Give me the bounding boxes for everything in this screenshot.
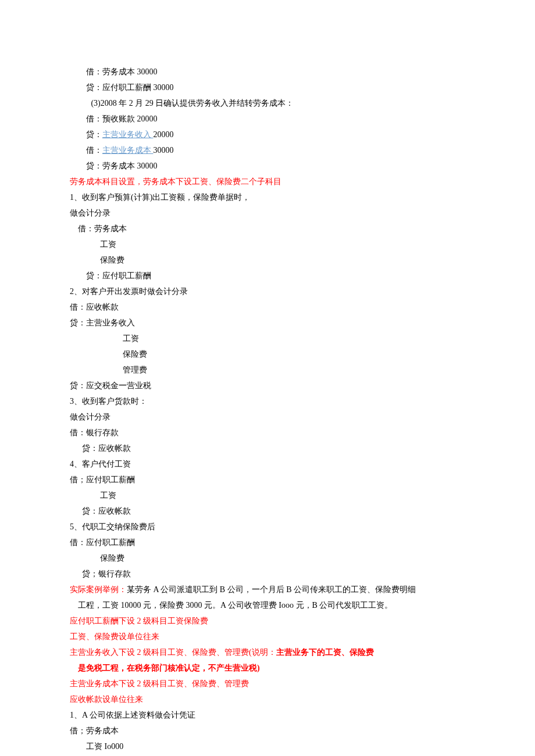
text-link[interactable]: 主营业务收入 [102, 130, 154, 139]
text-line: 工资、保险费设单位往来 [70, 629, 465, 644]
text-span: 2、对客户开出发票时做会计分录 [70, 287, 188, 296]
text-line: 借：预收账款 20000 [70, 111, 465, 127]
text-span: 贷：应付职工薪酬 30000 [86, 83, 174, 92]
text-line: 主营业务成本下设 2 级科目工资、保险费、管理费 [70, 676, 465, 691]
text-span: 贷：劳务成本 30000 [86, 162, 158, 170]
text-span: 借：劳务成本 [78, 224, 127, 233]
text-line: 2、对客户开出发票时做会计分录 [70, 284, 465, 299]
text-line: 是免税工程，在税务部门核准认定，不产生营业税) [70, 660, 465, 676]
text-span: 贷；银行存款 [82, 569, 131, 578]
text-line: 5、代职工交纳保险费后 [70, 519, 465, 535]
text-span: 是免税工程，在税务部门核准认定，不产生营业税) [78, 664, 260, 672]
text-span: 保险费 [100, 256, 124, 264]
text-line: 借：劳务成本 [70, 221, 465, 237]
text-span: 借：应收帐款 [70, 303, 119, 311]
text-line: 4、客户代付工资 [70, 456, 465, 472]
text-line: 借：应付职工薪酬 [70, 535, 465, 550]
text-span: 借： [86, 146, 102, 155]
text-span: (3)2008 年 2 月 29 日确认提供劳务收入并结转劳务成本： [91, 99, 294, 108]
text-span: 工资 Io000 [86, 742, 123, 751]
text-line: 1、收到客户预算(计算)出工资额，保险费单据时， [70, 189, 465, 205]
text-span: 借：银行存款 [70, 428, 119, 437]
text-span: 应付职工薪酬下设 2 级科目工资保险费 [70, 617, 208, 625]
text-line: 贷：应交税金一营业税 [70, 378, 465, 393]
text-span: 保险费 [123, 350, 147, 359]
text-line: 贷；银行存款 [70, 566, 465, 582]
text-line: 管理费 [70, 362, 465, 378]
text-line: 工程，工资 10000 元，保险费 3000 元。A 公司收管理费 Iooo 元… [70, 597, 465, 613]
text-line: 实际案例举例：某劳务 A 公司派遣职工到 B 公司，一个月后 B 公司传来职工的… [70, 582, 465, 597]
text-span: 借：应付职工薪酬 [70, 538, 135, 547]
text-line: 借；应付职工薪酬 [70, 472, 465, 488]
text-line: 贷：应收帐款 [70, 440, 465, 456]
text-line: 应收帐款设单位往来 [70, 691, 465, 707]
text-line: 贷：应付职工薪酬 30000 [70, 80, 465, 95]
text-span: 1、A 公司依据上述资料做会计凭证 [70, 711, 195, 719]
text-span: 工程，工资 10000 元，保险费 3000 元。A 公司收管理费 Iooo 元… [78, 601, 393, 610]
text-span: 管理费 [123, 366, 147, 374]
text-line: 做会计分录 [70, 205, 465, 221]
text-span: 贷： [86, 130, 102, 139]
text-span: 主营业务下的工资、保险费 [276, 648, 374, 657]
text-span: 3、收到客户货款时： [70, 397, 147, 406]
text-line: 贷：劳务成本 30000 [70, 158, 465, 174]
text-span: 工资 [123, 334, 139, 343]
text-link[interactable]: 主营业务成本 [102, 146, 154, 155]
text-span: 做会计分录 [70, 209, 110, 217]
text-line: 保险费 [70, 346, 465, 362]
text-span: 实际案例举例： [70, 585, 127, 594]
text-span: 贷：应收帐款 [82, 507, 131, 515]
text-span: 贷：应付职工薪酬 [86, 271, 151, 280]
text-line: 工资 [70, 237, 465, 252]
text-span: 借：劳务成本 30000 [86, 67, 158, 76]
text-line: 保险费 [70, 252, 465, 268]
text-span: 工资 [100, 491, 116, 500]
text-line: 贷：主营业务收入 20000 [70, 127, 465, 142]
text-span: 贷：应交税金一营业税 [70, 381, 151, 390]
text-span: 应收帐款设单位往来 [70, 695, 143, 704]
text-line: 工资 [70, 488, 465, 503]
text-line: 保险费 [70, 550, 465, 566]
document-page: 借：劳务成本 30000贷：应付职工薪酬 30000(3)2008 年 2 月 … [0, 0, 535, 756]
text-line: 主营业务收入下设 2 级科目工资、保险费、管理费(说明：主营业务下的工资、保险费 [70, 644, 465, 660]
text-line: 借；劳务成本 [70, 723, 465, 739]
text-line: 借：应收帐款 [70, 299, 465, 315]
text-line: 工资 [70, 331, 465, 346]
text-span: 保险费 [100, 554, 124, 562]
text-line: 借：主营业务成本 30000 [70, 142, 465, 158]
text-line: 3、收到客户货款时： [70, 393, 465, 409]
text-span: 贷：主营业务收入 [70, 318, 135, 327]
text-line: 贷：应付职工薪酬 [70, 268, 465, 284]
text-span: 借；劳务成本 [70, 726, 119, 735]
text-span: 劳务成本科目设置，劳务成本下设工资、保险费二个子科目 [70, 177, 281, 186]
text-line: 1、A 公司依据上述资料做会计凭证 [70, 707, 465, 723]
text-span: 工资 [100, 240, 116, 249]
text-line: 应付职工薪酬下设 2 级科目工资保险费 [70, 613, 465, 629]
text-line: 贷：主营业务收入 [70, 315, 465, 331]
text-span: 借；应付职工薪酬 [70, 475, 135, 484]
text-span: 主营业务收入下设 2 级科目工资、保险费、管理费(说明： [70, 648, 276, 657]
text-span: 做会计分录 [70, 413, 110, 421]
text-span: 30000 [154, 146, 174, 155]
text-line: 借：劳务成本 30000 [70, 64, 465, 80]
text-span: 借：预收账款 20000 [86, 114, 158, 123]
text-span: 某劳务 A 公司派遣职工到 B 公司，一个月后 B 公司传来职工的工资、保险费明… [127, 585, 416, 594]
text-line: 劳务成本科目设置，劳务成本下设工资、保险费二个子科目 [70, 174, 465, 189]
text-line: 借：银行存款 [70, 425, 465, 440]
text-line: 做会计分录 [70, 409, 465, 425]
text-span: 4、客户代付工资 [70, 460, 131, 468]
text-span: 工资、保险费设单位往来 [70, 632, 159, 641]
text-line: 贷：应收帐款 [70, 503, 465, 519]
text-span: 5、代职工交纳保险费后 [70, 522, 155, 531]
text-line: 工资 Io000 [70, 739, 465, 754]
text-span: 贷：应收帐款 [82, 444, 131, 453]
text-span: 20000 [154, 130, 174, 139]
text-line: (3)2008 年 2 月 29 日确认提供劳务收入并结转劳务成本： [70, 95, 465, 111]
text-span: 1、收到客户预算(计算)出工资额，保险费单据时， [70, 193, 250, 202]
text-span: 主营业务成本下设 2 级科目工资、保险费、管理费 [70, 679, 249, 688]
